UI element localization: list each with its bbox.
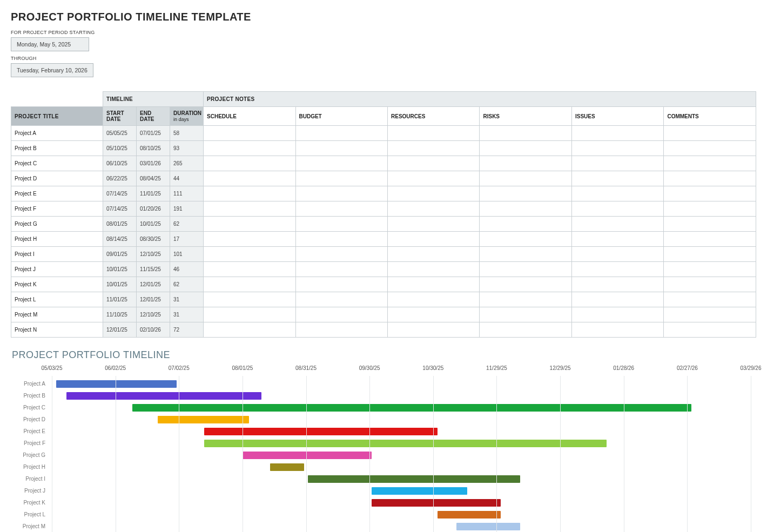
cell-comments[interactable]: [664, 126, 756, 141]
cell-risks[interactable]: [480, 247, 571, 262]
cell-start-date[interactable]: 10/01/25: [103, 277, 137, 292]
cell-schedule[interactable]: [204, 232, 295, 247]
cell-risks[interactable]: [480, 232, 571, 247]
cell-resources[interactable]: [387, 186, 479, 201]
cell-comments[interactable]: [664, 292, 756, 307]
cell-comments[interactable]: [664, 232, 756, 247]
cell-budget[interactable]: [295, 201, 387, 217]
cell-schedule[interactable]: [204, 217, 295, 232]
cell-schedule[interactable]: [204, 292, 295, 307]
cell-start-date[interactable]: 09/01/25: [103, 247, 137, 262]
cell-risks[interactable]: [480, 156, 571, 171]
period-end-input[interactable]: Tuesday, February 10, 2026: [11, 63, 93, 77]
cell-start-date[interactable]: 11/10/25: [103, 307, 137, 322]
cell-schedule[interactable]: [204, 247, 295, 262]
cell-end-date[interactable]: 08/30/25: [137, 232, 170, 247]
cell-issues[interactable]: [571, 141, 663, 156]
cell-risks[interactable]: [480, 262, 571, 277]
cell-end-date[interactable]: 03/01/26: [137, 156, 170, 171]
cell-start-date[interactable]: 12/01/25: [103, 322, 137, 338]
cell-budget[interactable]: [295, 322, 387, 338]
cell-resources[interactable]: [387, 292, 479, 307]
cell-issues[interactable]: [571, 292, 663, 307]
cell-issues[interactable]: [571, 217, 663, 232]
cell-risks[interactable]: [480, 277, 571, 292]
cell-risks[interactable]: [480, 217, 571, 232]
cell-end-date[interactable]: 08/10/25: [137, 141, 170, 156]
cell-project-title[interactable]: Project G: [11, 217, 103, 232]
cell-risks[interactable]: [480, 186, 571, 201]
period-start-input[interactable]: Monday, May 5, 2025: [11, 37, 89, 51]
cell-end-date[interactable]: 07/01/25: [137, 126, 170, 141]
cell-comments[interactable]: [664, 277, 756, 292]
cell-schedule[interactable]: [204, 262, 295, 277]
cell-budget[interactable]: [295, 247, 387, 262]
cell-resources[interactable]: [387, 307, 479, 322]
cell-schedule[interactable]: [204, 126, 295, 141]
cell-project-title[interactable]: Project J: [11, 262, 103, 277]
cell-start-date[interactable]: 11/01/25: [103, 292, 137, 307]
cell-start-date[interactable]: 08/01/25: [103, 217, 137, 232]
cell-comments[interactable]: [664, 307, 756, 322]
cell-end-date[interactable]: 08/04/25: [137, 171, 170, 186]
cell-comments[interactable]: [664, 262, 756, 277]
cell-comments[interactable]: [664, 322, 756, 338]
cell-resources[interactable]: [387, 126, 479, 141]
cell-issues[interactable]: [571, 171, 663, 186]
cell-risks[interactable]: [480, 141, 571, 156]
cell-comments[interactable]: [664, 247, 756, 262]
cell-budget[interactable]: [295, 292, 387, 307]
cell-start-date[interactable]: 05/10/25: [103, 141, 137, 156]
cell-budget[interactable]: [295, 126, 387, 141]
cell-start-date[interactable]: 06/22/25: [103, 171, 137, 186]
cell-project-title[interactable]: Project B: [11, 141, 103, 156]
cell-risks[interactable]: [480, 126, 571, 141]
cell-budget[interactable]: [295, 232, 387, 247]
cell-schedule[interactable]: [204, 186, 295, 201]
cell-project-title[interactable]: Project N: [11, 322, 103, 338]
cell-project-title[interactable]: Project L: [11, 292, 103, 307]
cell-comments[interactable]: [664, 141, 756, 156]
cell-project-title[interactable]: Project I: [11, 247, 103, 262]
cell-budget[interactable]: [295, 171, 387, 186]
cell-resources[interactable]: [387, 141, 479, 156]
cell-budget[interactable]: [295, 186, 387, 201]
cell-project-title[interactable]: Project M: [11, 307, 103, 322]
cell-comments[interactable]: [664, 171, 756, 186]
cell-end-date[interactable]: 02/10/26: [137, 322, 170, 338]
cell-budget[interactable]: [295, 217, 387, 232]
cell-resources[interactable]: [387, 277, 479, 292]
cell-issues[interactable]: [571, 186, 663, 201]
cell-project-title[interactable]: Project D: [11, 171, 103, 186]
cell-issues[interactable]: [571, 126, 663, 141]
cell-risks[interactable]: [480, 201, 571, 217]
cell-issues[interactable]: [571, 262, 663, 277]
cell-end-date[interactable]: 11/01/25: [137, 186, 170, 201]
cell-end-date[interactable]: 12/01/25: [137, 277, 170, 292]
cell-resources[interactable]: [387, 247, 479, 262]
cell-risks[interactable]: [480, 292, 571, 307]
cell-issues[interactable]: [571, 322, 663, 338]
cell-start-date[interactable]: 06/10/25: [103, 156, 137, 171]
cell-issues[interactable]: [571, 277, 663, 292]
cell-resources[interactable]: [387, 322, 479, 338]
cell-project-title[interactable]: Project F: [11, 201, 103, 217]
cell-risks[interactable]: [480, 307, 571, 322]
cell-resources[interactable]: [387, 262, 479, 277]
cell-budget[interactable]: [295, 277, 387, 292]
cell-project-title[interactable]: Project K: [11, 277, 103, 292]
cell-budget[interactable]: [295, 307, 387, 322]
cell-comments[interactable]: [664, 186, 756, 201]
cell-resources[interactable]: [387, 156, 479, 171]
cell-budget[interactable]: [295, 156, 387, 171]
cell-resources[interactable]: [387, 201, 479, 217]
cell-end-date[interactable]: 12/10/25: [137, 247, 170, 262]
cell-issues[interactable]: [571, 307, 663, 322]
cell-schedule[interactable]: [204, 201, 295, 217]
cell-issues[interactable]: [571, 156, 663, 171]
cell-issues[interactable]: [571, 247, 663, 262]
cell-start-date[interactable]: 08/14/25: [103, 232, 137, 247]
cell-resources[interactable]: [387, 171, 479, 186]
cell-comments[interactable]: [664, 217, 756, 232]
cell-project-title[interactable]: Project H: [11, 232, 103, 247]
